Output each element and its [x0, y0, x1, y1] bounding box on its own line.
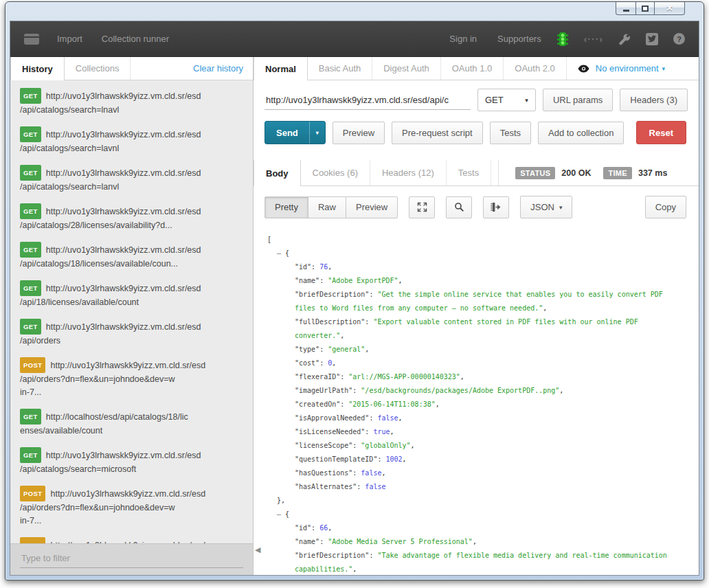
url-params-button[interactable]: URL params — [543, 89, 613, 111]
code-token: [ — [267, 236, 271, 243]
code-token: "Export valuable content stored in PDF f… — [373, 318, 638, 326]
code-line: "flexeraID": "arl://MGS-APP-00000140323"… — [267, 370, 685, 384]
method-select[interactable]: GET ▾ — [477, 89, 536, 111]
tab-tests[interactable]: Tests — [447, 160, 491, 185]
history-url: enses/available/count — [20, 425, 246, 438]
tab-auth-normal[interactable]: Normal — [254, 57, 308, 80]
select-caret-icon: ▾ — [525, 97, 528, 104]
tab-auth-oauth2[interactable]: OAuth 2.0 — [504, 57, 567, 80]
response-tabs: Body Cookies (6) Headers (12) Tests STAT… — [254, 160, 699, 186]
history-item[interactable]: GEThttp://uvo1y3lrhawskk9yizz.vm.cld.sr/… — [10, 122, 253, 160]
code-token: : — [357, 483, 365, 490]
url-row: GET ▾ URL params Headers (3) — [254, 80, 699, 117]
send-button[interactable]: Send ▾ — [265, 121, 326, 144]
main-split: History Collections Clear history GEThtt… — [10, 57, 699, 575]
method-badge: GET — [20, 126, 41, 142]
sidebar: History Collections Clear history GEThtt… — [10, 57, 254, 575]
tab-auth-basic[interactable]: Basic Auth — [308, 57, 372, 80]
minimize-button[interactable] — [616, 2, 636, 15]
history-item[interactable]: GEThttp://uvo1y3lrhawskk9yizz.vm.cld.sr/… — [10, 275, 253, 314]
code-snippet-icon[interactable]: ‹···› — [584, 34, 603, 45]
clear-history-link[interactable]: Clear history — [193, 57, 253, 80]
format-caret-icon: ▾ — [559, 204, 563, 211]
history-item[interactable]: GEThttp://uvo1y3lrhawskk9yizz.vm.cld.sr/… — [10, 314, 253, 352]
collections-drawer-icon[interactable] — [24, 34, 39, 45]
collection-runner-button[interactable]: Collection runner — [102, 34, 169, 44]
code-area[interactable]: [– {"id": 76,"name": "Adobe ExportPDF","… — [254, 225, 699, 575]
status-value: 200 OK — [561, 168, 591, 178]
supporters-link[interactable]: Supporters — [497, 34, 541, 44]
code-token: : — [319, 359, 328, 367]
app-client-area: Import Collection runner Sign in Support… — [10, 21, 699, 576]
history-item[interactable]: GEThttp://uvo1y3lrhawskk9yizz.vm.cld.sr/… — [10, 199, 253, 237]
reset-button[interactable]: Reset — [636, 121, 686, 144]
code-token: : — [377, 455, 385, 463]
help-icon[interactable]: ? — [673, 33, 685, 45]
history-item[interactable]: GEThttp://uvo1y3lrhawskk9yizz.vm.cld.sr/… — [10, 442, 253, 481]
filter-input[interactable] — [20, 549, 243, 568]
copy-button[interactable]: Copy — [645, 196, 686, 218]
headers-button[interactable]: Headers (3) — [620, 89, 688, 111]
code-line: "questionTemplateID": 1002, — [267, 453, 685, 466]
code-token: "Get the simple online service that enab… — [377, 291, 662, 298]
sign-in-link[interactable]: Sign in — [449, 34, 477, 44]
traffic-light-icon[interactable] — [556, 32, 569, 47]
history-url: /api/catalogs/search=lanvl — [20, 181, 246, 194]
history-item[interactable]: POSThttp://uvo1y3lrhawskk9yizz.vm.cld.sr… — [10, 481, 253, 532]
code-token: "/esd/backgrounds/packages/Adobe ExportP… — [361, 387, 559, 394]
search-button[interactable] — [446, 196, 472, 218]
maximize-button[interactable] — [635, 2, 655, 15]
tab-cookies[interactable]: Cookies (6) — [301, 160, 370, 185]
history-item[interactable]: GEThttp://uvo1y3lrhawskk9yizz.vm.cld.sr/… — [10, 237, 253, 275]
code-token: "imageUrlPath" — [295, 387, 352, 394]
tab-auth-oauth1[interactable]: OAuth 1.0 — [441, 57, 504, 80]
format-button[interactable] — [483, 196, 509, 218]
prerequest-script-button[interactable]: Pre-request script — [392, 122, 483, 144]
expand-button[interactable] — [409, 196, 435, 218]
tab-headers[interactable]: Headers (12) — [370, 160, 447, 185]
tab-collections[interactable]: Collections — [65, 57, 131, 80]
code-line: "briefDescription": "Take advantage of f… — [267, 549, 685, 563]
code-token: "hasQuestions" — [295, 469, 352, 477]
history-item[interactable]: GEThttp://uvo1y3lrhawskk9yizz.vm.cld.sr/… — [10, 83, 253, 122]
eye-icon — [578, 65, 589, 73]
history-item[interactable]: POSThttp://uvo1y3lrhawskk9yizz.vm.cld.sr… — [10, 532, 253, 543]
method-value: GET — [485, 95, 504, 105]
close-button[interactable]: ✕ — [654, 2, 685, 15]
code-line: "isApprovalNeeded": false, — [267, 411, 685, 425]
code-token: , — [365, 346, 369, 353]
code-token: : — [369, 552, 377, 559]
environment-selector[interactable]: No environment ▾ — [578, 57, 665, 80]
view-raw-button[interactable]: Raw — [308, 196, 346, 218]
response-meta: STATUS 200 OK TIME 337 ms — [498, 160, 679, 185]
method-badge: GET — [20, 280, 41, 296]
code-token: false — [365, 483, 385, 490]
tab-history[interactable]: History — [10, 57, 65, 80]
history-item[interactable]: GEThttp://localhost/esd/api/catalogs/18/… — [10, 404, 253, 442]
code-token: "Adobe ExportPDF" — [328, 277, 398, 284]
code-token: 1002 — [385, 455, 402, 463]
import-button[interactable]: Import — [57, 34, 82, 44]
fold-toggle-icon[interactable]: – — [277, 510, 285, 518]
history-item[interactable]: POSThttp://uvo1y3lrhawskk9yizz.vm.cld.sr… — [10, 352, 253, 404]
code-token: "createdOn" — [295, 400, 340, 408]
tab-auth-digest[interactable]: Digest Auth — [372, 57, 441, 80]
view-preview-button[interactable]: Preview — [346, 196, 398, 218]
history-item[interactable]: GEThttp://uvo1y3lrhawskk9yizz.vm.cld.sr/… — [10, 160, 253, 199]
send-caret-icon[interactable]: ▾ — [309, 122, 325, 144]
add-to-collection-button[interactable]: Add to collection — [538, 122, 624, 144]
twitter-icon[interactable] — [646, 33, 658, 45]
view-pretty-button[interactable]: Pretty — [265, 196, 308, 218]
code-token: : — [352, 442, 361, 449]
format-select[interactable]: JSON ▾ — [520, 196, 572, 218]
preview-button[interactable]: Preview — [333, 122, 385, 144]
history-url: /api/orders?dn=flex&un=johndoe&dev=w — [20, 501, 246, 514]
sidebar-tabs: History Collections Clear history — [10, 57, 253, 80]
tab-body[interactable]: Body — [254, 160, 301, 186]
wrench-icon[interactable] — [618, 33, 631, 45]
sidebar-collapse-handle[interactable]: ◀ — [255, 545, 260, 554]
url-input[interactable] — [265, 91, 471, 110]
app-window: ✕ Import Collection runner Sign in Suppo… — [5, 1, 704, 580]
tests-button[interactable]: Tests — [490, 122, 531, 144]
fold-toggle-icon[interactable]: – — [277, 249, 285, 257]
